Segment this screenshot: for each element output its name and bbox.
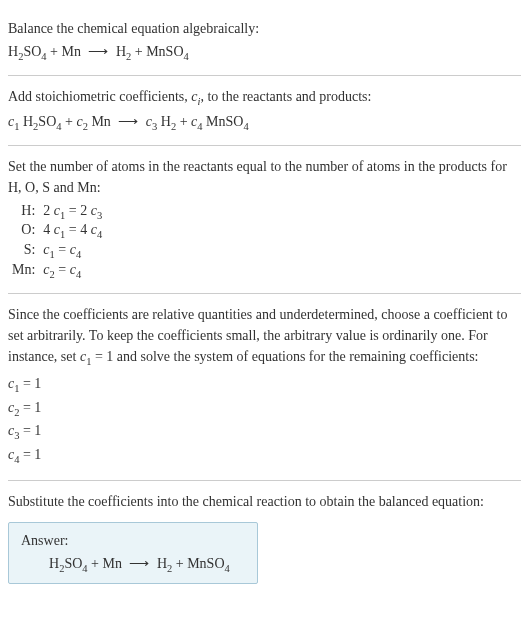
- substitute-instruction: Substitute the coefficients into the che…: [8, 491, 521, 512]
- element-label-h: H:: [8, 202, 39, 222]
- equation-o: 4 c1 = 4 c4: [39, 221, 106, 241]
- section-problem: Balance the chemical equation algebraica…: [8, 8, 521, 76]
- balanced-equation: H2SO4 + Mn ⟶ H2 + MnSO4: [21, 555, 245, 574]
- answer-label: Answer:: [21, 533, 245, 549]
- atom-equations-table: H: 2 c1 = 2 c3 O: 4 c1 = 4 c4 S: c1 = c4…: [8, 202, 106, 281]
- table-row: O: 4 c1 = 4 c4: [8, 221, 106, 241]
- plus: + Mn: [47, 44, 85, 59]
- coeff-equation: c1 H2SO4 + c2 Mn ⟶ c3 H2 + c4 MnSO4: [8, 111, 521, 135]
- element-label-s: S:: [8, 241, 39, 261]
- element-label-o: O:: [8, 221, 39, 241]
- add-coeff-instruction: Add stoichiometric coefficients, ci, to …: [8, 86, 521, 110]
- solution-c1: c1 = 1: [8, 373, 521, 397]
- section-atom-balance: Set the number of atoms in the reactants…: [8, 146, 521, 294]
- plus: + MnSO: [131, 44, 183, 59]
- coefficient-solutions: c1 = 1 c2 = 1 c3 = 1 c4 = 1: [8, 373, 521, 467]
- arrow-icon: ⟶: [114, 114, 146, 129]
- reactant-h2so4: H2SO4: [49, 556, 88, 571]
- product-h2: H2: [112, 44, 131, 59]
- unbalanced-equation: H2SO4 + Mn ⟶ H2 + MnSO4: [8, 41, 521, 65]
- plus: + Mn: [88, 556, 126, 571]
- solution-c2: c2 = 1: [8, 397, 521, 421]
- atom-balance-instruction: Set the number of atoms in the reactants…: [8, 156, 521, 198]
- section-solve: Since the coefficients are relative quan…: [8, 294, 521, 481]
- solve-instruction: Since the coefficients are relative quan…: [8, 304, 521, 370]
- equation-mn: c2 = c4: [39, 261, 106, 281]
- table-row: H: 2 c1 = 2 c3: [8, 202, 106, 222]
- table-row: Mn: c2 = c4: [8, 261, 106, 281]
- reactant-h2so4: H2SO4: [8, 44, 47, 59]
- arrow-icon: ⟶: [84, 44, 112, 59]
- equation-s: c1 = c4: [39, 241, 106, 261]
- table-row: S: c1 = c4: [8, 241, 106, 261]
- section-answer: Substitute the coefficients into the che…: [8, 481, 521, 593]
- plus: + MnSO: [172, 556, 224, 571]
- section-add-coefficients: Add stoichiometric coefficients, ci, to …: [8, 76, 521, 146]
- solution-c4: c4 = 1: [8, 444, 521, 468]
- equation-h: 2 c1 = 2 c3: [39, 202, 106, 222]
- arrow-icon: ⟶: [125, 556, 153, 571]
- answer-box: Answer: H2SO4 + Mn ⟶ H2 + MnSO4: [8, 522, 258, 585]
- product-h2: H2: [153, 556, 172, 571]
- element-label-mn: Mn:: [8, 261, 39, 281]
- problem-instruction: Balance the chemical equation algebraica…: [8, 18, 521, 39]
- solution-c3: c3 = 1: [8, 420, 521, 444]
